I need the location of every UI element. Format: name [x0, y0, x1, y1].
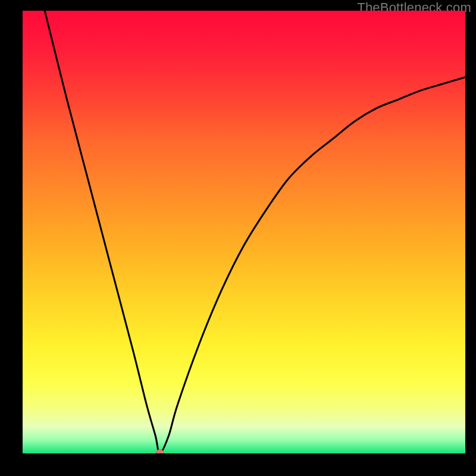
- chart-frame: TheBottleneck.com: [0, 0, 476, 476]
- plot-area: [23, 11, 465, 453]
- curve-svg: [23, 11, 465, 453]
- bottleneck-curve: [45, 11, 465, 453]
